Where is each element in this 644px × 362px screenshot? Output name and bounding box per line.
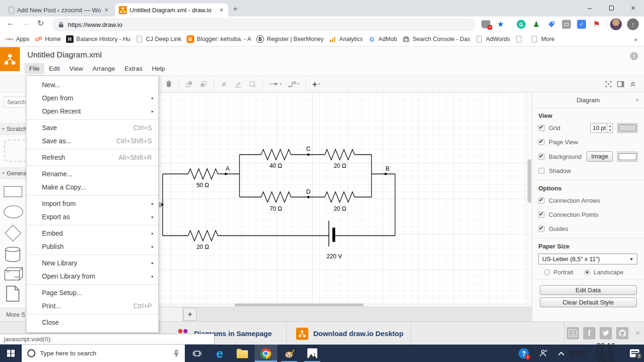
menu-view[interactable]: View: [65, 63, 88, 74]
language-globe-icon[interactable]: [630, 52, 638, 60]
menu-item-save-as[interactable]: Ctrl+Shift+SSave as...: [26, 134, 158, 148]
menu-item-rename[interactable]: Rename...: [26, 167, 158, 181]
github-icon[interactable]: [616, 327, 628, 339]
bookmark-cj-deep-link[interactable]: CJ Deep Link: [135, 35, 181, 43]
notification-center-icon[interactable]: 3: [625, 345, 644, 362]
delete-icon[interactable]: [165, 80, 173, 88]
wallet-extension-icon[interactable]: [561, 19, 571, 29]
vertical-scroll-thumb[interactable]: [528, 159, 531, 203]
grid-checkbox[interactable]: [538, 125, 545, 131]
browser-tab-word[interactable]: Add New Post ‹ zzoomit — Word ×: [5, 3, 113, 16]
document-title[interactable]: Untitled Diagram.xml: [27, 50, 102, 60]
menu-arrange[interactable]: Arrange: [88, 63, 120, 74]
menu-item-make-a-copy[interactable]: Make a Copy...: [26, 181, 158, 194]
window-minimize-button[interactable]: –: [579, 0, 601, 16]
background-image-button[interactable]: Image: [586, 151, 613, 162]
circuit-diagram[interactable]: 50 Ω 40 Ω 20 Ω 70 Ω 20 Ω 20 Ω A B C D E …: [159, 94, 523, 303]
fill-color-icon[interactable]: [220, 80, 228, 88]
paper-size-select[interactable]: US-Letter (8,5" x 11") ▼: [538, 254, 637, 264]
profile-avatar[interactable]: [610, 18, 622, 30]
bookmark-search-console[interactable]: Search Console - Das: [402, 35, 470, 43]
grid-size-value[interactable]: 10 pt: [591, 123, 607, 132]
horizontal-scroll-thumb[interactable]: [235, 304, 363, 306]
menu-item-open-recent[interactable]: Open Recent▸: [26, 105, 158, 118]
hidden-icons-chevron[interactable]: [554, 345, 568, 362]
microphone-icon[interactable]: [173, 349, 179, 357]
bookmark-admob[interactable]: G AdMob: [368, 35, 397, 43]
bookmark-blogger[interactable]: B Blogger: kehsiba. - A: [187, 35, 251, 43]
background-color-button[interactable]: [617, 152, 638, 162]
menu-item-publish[interactable]: Publish▸: [26, 240, 158, 253]
tag-extension-icon[interactable]: [546, 19, 556, 29]
connection-style-icon[interactable]: ▾: [269, 81, 282, 87]
task-view-button[interactable]: [187, 345, 207, 362]
edit-data-button[interactable]: Edit Data: [540, 285, 637, 295]
browser-tab-drawio[interactable]: Untitled Diagram.xml - draw.io ×: [115, 3, 228, 16]
flag-extension-icon[interactable]: ⚑: [592, 19, 602, 29]
shadow-icon[interactable]: [248, 80, 256, 88]
add-page-button[interactable]: +: [183, 308, 197, 321]
taskbar-search-input[interactable]: [40, 350, 169, 357]
desktop-download-banner[interactable]: Download draw.io Desktop: [291, 322, 409, 345]
to-front-icon[interactable]: [185, 80, 193, 88]
close-footer-icon[interactable]: ×: [636, 329, 640, 337]
forward-icon[interactable]: →: [22, 18, 30, 28]
menu-item-export-as[interactable]: Export as▸: [26, 210, 158, 223]
edge-taskbar-icon[interactable]: e: [209, 345, 230, 362]
diagram-canvas[interactable]: 50 Ω 40 Ω 20 Ω 70 Ω 20 Ω 20 Ω A B C D E …: [100, 92, 532, 321]
window-maximize-button[interactable]: [601, 0, 622, 16]
grammarly-extension-icon[interactable]: G: [516, 19, 526, 29]
connection-arrows-checkbox[interactable]: [538, 197, 545, 204]
taskbar-search[interactable]: [22, 345, 185, 362]
menu-item-import-from[interactable]: Import from▸: [26, 197, 158, 210]
menu-item-close[interactable]: Close: [26, 316, 158, 329]
menu-item-save[interactable]: Ctrl+SSave: [26, 121, 158, 134]
bookmark-beermoney[interactable]: B Register | BeerMoney: [256, 35, 324, 43]
grid-color-button[interactable]: [617, 123, 638, 133]
menu-item-refresh[interactable]: Alt+Shift+RRefresh: [26, 151, 158, 164]
shape-document[interactable]: [6, 285, 20, 302]
chess-extension-icon[interactable]: ♟: [531, 19, 541, 29]
vertical-scrollbar[interactable]: [526, 92, 532, 303]
language-indicator[interactable]: ENG: [569, 345, 587, 362]
page-view-checkbox[interactable]: [538, 139, 545, 145]
menu-edit[interactable]: Edit: [44, 63, 65, 74]
shape-ellipse[interactable]: [4, 206, 23, 218]
close-panel-icon[interactable]: ×: [636, 96, 639, 104]
twitter-icon[interactable]: [600, 327, 612, 339]
photos-taskbar-icon[interactable]: [302, 345, 322, 362]
menu-help[interactable]: Help: [147, 63, 170, 74]
menu-item-embed[interactable]: Embed▸: [26, 227, 158, 240]
shape-rectangle[interactable]: [4, 186, 22, 197]
bookmark-cpanel-home[interactable]: cP Home: [35, 35, 61, 43]
reload-icon[interactable]: ↻: [37, 18, 44, 28]
waypoint-style-icon[interactable]: ▾: [288, 80, 300, 88]
grid-size-stepper[interactable]: 10 pt: [590, 123, 613, 133]
stepper-arrows[interactable]: [607, 123, 612, 132]
to-back-icon[interactable]: [199, 80, 207, 88]
landscape-radio[interactable]: [584, 269, 590, 275]
format-panel-toggle-icon[interactable]: [617, 81, 624, 87]
bookmark-apps[interactable]: Apps: [6, 35, 30, 43]
new-tab-button[interactable]: +: [233, 4, 238, 14]
bookmark-untitled[interactable]: [515, 35, 526, 43]
shape-cylinder[interactable]: [4, 246, 22, 263]
collapse-toolbar-icon[interactable]: [629, 81, 636, 87]
shape-cube[interactable]: [4, 267, 24, 281]
cookie-blocked-icon[interactable]: ×: [481, 19, 491, 29]
menu-file[interactable]: File: [25, 63, 44, 74]
fullscreen-icon[interactable]: [605, 81, 612, 88]
tab-close-icon[interactable]: ×: [104, 7, 109, 13]
help-tray-icon[interactable]: ?!: [516, 345, 532, 362]
url-omnibox[interactable]: https://www.draw.io: [52, 18, 475, 31]
chrome-taskbar-icon[interactable]: [255, 345, 277, 362]
back-icon[interactable]: ←: [7, 18, 15, 28]
browser-update-icon[interactable]: ↑: [627, 18, 639, 30]
step-down-icon[interactable]: [607, 128, 612, 133]
people-tray-icon[interactable]: [536, 345, 551, 362]
clear-default-style-button[interactable]: Clear Default Style: [540, 297, 637, 307]
bookmark-more[interactable]: More: [531, 35, 554, 43]
guides-checkbox[interactable]: [538, 226, 545, 232]
menu-item-new-library[interactable]: New Library▸: [26, 256, 158, 270]
line-color-icon[interactable]: [234, 80, 242, 88]
